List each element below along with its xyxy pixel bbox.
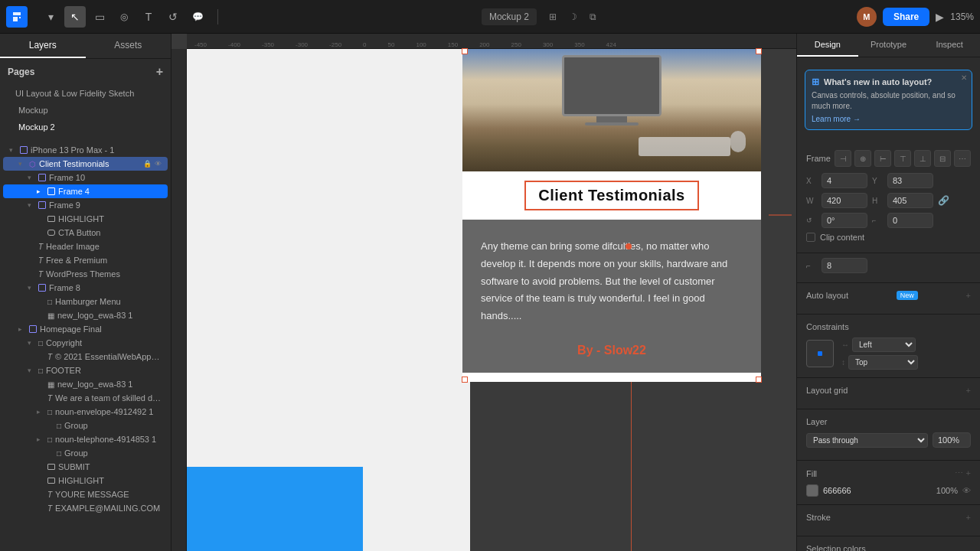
layer-client-testimonials[interactable]: ▾ ⬡ Client Testimonials 🔒 👁 <box>3 157 168 171</box>
tool-comment[interactable]: 💬 <box>187 6 208 28</box>
layer-logo2[interactable]: ▸ ▦ new_logo_ewa-83 1 <box>3 377 168 391</box>
layer-group1[interactable]: ▸ □ Group <box>3 419 168 432</box>
layer-footer[interactable]: ▾ □ FOOTER <box>3 364 168 377</box>
play-button[interactable]: ▶ <box>936 11 944 23</box>
layer-frame10[interactable]: ▾ Frame 10 <box>3 171 168 184</box>
layer-logo1[interactable]: ▸ ▦ new_logo_ewa-83 1 <box>3 308 168 322</box>
corner-radius-input[interactable] <box>822 258 867 273</box>
y-input[interactable] <box>887 173 933 188</box>
fill-color-value[interactable]: 666666 <box>823 486 851 495</box>
tool-text[interactable]: T <box>138 6 159 28</box>
canvas-content[interactable]: Client Testimonials Any theme can bring … <box>187 49 796 551</box>
layer-homepage-final[interactable]: ▸ Homepage Final <box>3 322 168 336</box>
lock-aspect-icon[interactable]: 🔗 <box>938 195 949 206</box>
layer-highlight2[interactable]: ▸ HIGHLIGHT <box>3 474 168 487</box>
layer-copyright-text[interactable]: ▸ T © 2021 EssentialWebApps All Ri... <box>3 350 168 364</box>
layer-frame8[interactable]: ▾ Frame 8 <box>3 281 168 295</box>
page-item-ui-layout[interactable]: UI Layout & Low Fidelity Sketch <box>6 85 165 102</box>
toolbar-grid-icon[interactable]: ⊞ <box>549 11 557 22</box>
visibility-icon[interactable]: 👁 <box>155 160 162 168</box>
add-grid-btn[interactable]: + <box>966 386 971 395</box>
layer-envelope[interactable]: ▸ □ noun-envelope-4912492 1 <box>3 405 168 419</box>
tool-history[interactable]: ↺ <box>162 6 184 28</box>
layer-iphone[interactable]: ▾ iPhone 13 Pro Max - 1 <box>3 143 168 157</box>
ruler-mark: 100 <box>416 41 426 48</box>
clip-content-checkbox[interactable] <box>806 233 815 242</box>
align-center-h-btn[interactable]: ⊕ <box>854 150 871 167</box>
fill-options-icon[interactable]: ⋯ <box>955 468 963 478</box>
fill-opacity-value[interactable]: 100% <box>936 486 958 495</box>
distribute-h-btn[interactable]: ⋯ <box>954 150 971 167</box>
toolbar-sun-icon[interactable]: ☽ <box>569 11 577 22</box>
mockup-container[interactable]: Client Testimonials Any theme can bring … <box>462 49 761 382</box>
align-top-btn[interactable]: ⊤ <box>894 150 911 167</box>
rotation-input[interactable] <box>822 213 867 228</box>
layer-submit[interactable]: ▸ SUBMIT <box>3 460 168 474</box>
h-input[interactable] <box>887 193 933 208</box>
tab-layers[interactable]: Layers <box>0 34 86 58</box>
xy-row: X Y <box>806 173 971 188</box>
align-right-btn[interactable]: ⊢ <box>874 150 891 167</box>
w-input[interactable] <box>822 193 867 208</box>
layer-free-premium[interactable]: ▸ T Free & Premium <box>3 253 168 267</box>
canvas-area[interactable]: -450 -400 -350 -300 -250 0 50 100 150 20… <box>172 34 796 551</box>
align-center-v-btn[interactable]: ⊥ <box>914 150 931 167</box>
page-name-label[interactable]: Mockup 2 <box>482 8 537 25</box>
group-icon: □ <box>38 339 43 347</box>
add-fill-btn[interactable]: + <box>966 468 971 478</box>
layer-wp-themes[interactable]: ▸ T WordPress Themes <box>3 267 168 281</box>
app-logo[interactable] <box>6 6 28 28</box>
layer-frame4[interactable]: ▸ Frame 4 <box>3 184 168 198</box>
toolbar-layers-icon[interactable]: ⧉ <box>590 11 596 22</box>
ruler-mark: 200 <box>479 41 489 48</box>
user-avatar[interactable]: M <box>857 7 877 27</box>
align-left-btn[interactable]: ⊣ <box>835 150 851 167</box>
layer-telephone[interactable]: ▸ □ noun-telephone-4914853 1 <box>3 432 168 446</box>
layer-email[interactable]: ▸ T EXAMPLE@MAILING.COM <box>3 501 168 515</box>
layer-cta-button[interactable]: ▸ CTA Button <box>3 226 168 240</box>
constraint-h-select[interactable]: LeftRightCenterLeft & RightScale <box>852 337 916 352</box>
expand-icon: ▸ <box>37 187 44 195</box>
x-input[interactable] <box>822 173 867 188</box>
layer-copyright[interactable]: ▾ □ Copyright <box>3 336 168 350</box>
tool-move[interactable]: ↖ <box>64 6 86 28</box>
tab-prototype[interactable]: Prototype <box>858 34 920 57</box>
corner-input[interactable] <box>887 213 933 228</box>
tool-select-arrow[interactable]: ▾ <box>40 6 61 28</box>
page-item-mockup[interactable]: Mockup <box>6 102 165 119</box>
constraint-v-select[interactable]: TopBottomCenterTop & BottomScale <box>848 355 918 370</box>
align-bottom-btn[interactable]: ⊟ <box>934 150 951 167</box>
tool-shape[interactable]: ◎ <box>113 6 135 28</box>
frame-section: Frame ⊣ ⊕ ⊢ ⊤ ⊥ ⊟ ⋯ X Y W <box>797 142 980 253</box>
layer-hamburger[interactable]: ▸ □ Hamburger Menu <box>3 295 168 308</box>
page-item-mockup2[interactable]: Mockup 2 <box>6 119 165 135</box>
tab-design[interactable]: Design <box>797 34 858 57</box>
layer-frame9[interactable]: ▾ Frame 9 <box>3 198 168 212</box>
bottom-white-strip <box>462 373 761 382</box>
layer-header-image[interactable]: ▸ T Header Image <box>3 240 168 253</box>
add-auto-layout-btn[interactable]: + <box>966 291 971 300</box>
layer-youre-message[interactable]: ▸ T YOURE MESSAGE <box>3 487 168 501</box>
tool-frame[interactable]: ▭ <box>89 6 110 28</box>
add-page-button[interactable]: + <box>156 65 163 79</box>
layer-group2[interactable]: ▸ □ Group <box>3 446 168 460</box>
opacity-input[interactable] <box>933 432 971 448</box>
zoom-level[interactable]: 135% <box>950 11 974 22</box>
autolayout-close-button[interactable]: ✕ <box>961 73 967 82</box>
add-stroke-btn[interactable]: + <box>966 513 971 522</box>
layer-weare-text[interactable]: ▸ T We are a team of skilled designers, … <box>3 391 168 405</box>
learn-more-link[interactable]: Learn more → <box>812 115 861 123</box>
tab-assets[interactable]: Assets <box>86 34 172 58</box>
layer-title: Layer <box>806 417 971 426</box>
tab-inspect[interactable]: Inspect <box>919 34 980 57</box>
fill-color-swatch[interactable] <box>806 484 818 497</box>
layer-highlight[interactable]: ▸ HIGHLIGHT <box>3 212 168 226</box>
rect-icon <box>47 230 55 236</box>
blend-mode-select[interactable]: Pass throughNormalMultiplyScreen <box>806 433 928 448</box>
blend-opacity-row: Pass throughNormalMultiplyScreen <box>806 432 971 448</box>
rot-label: ↺ <box>806 217 817 224</box>
measurement-indicator <box>769 215 792 216</box>
mouse <box>730 131 746 152</box>
share-button[interactable]: Share <box>883 8 929 26</box>
fill-visibility-icon[interactable]: 👁 <box>962 486 971 495</box>
